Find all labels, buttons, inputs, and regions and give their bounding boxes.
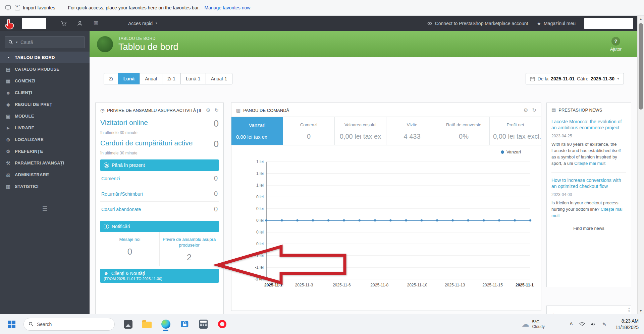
article-excerpt: Is friction in your checkout process hur… [551, 200, 626, 219]
sidebar-item-advanced-parameters[interactable]: ⚒ PARAMETRI AVANSAȚI [0, 157, 90, 169]
weather-widget[interactable]: ☁ 5°C Cloudy [522, 319, 545, 329]
search-scope-caret-icon[interactable]: ▼ [15, 41, 18, 44]
scrollbar-up-arrow[interactable]: ▲ [638, 17, 644, 21]
my-shop-label: Magazinul meu [544, 21, 576, 26]
new-messages-link[interactable]: Mesaje noi [103, 237, 157, 243]
shop-logo-redacted[interactable] [22, 18, 46, 29]
taskbar-clock[interactable]: 8:23 AM 11/18/2025 [615, 318, 639, 331]
marketplace-link[interactable]: Connect to PrestaShop Marketplace accoun… [427, 21, 528, 26]
preferences-icon: ⚙ [5, 149, 11, 154]
article-title-link[interactable]: How to increase conversions with an opti… [551, 177, 626, 189]
refresh-icon[interactable]: ↻ [214, 107, 219, 113]
file-explorer-icon[interactable] [140, 318, 154, 331]
user-icon[interactable] [76, 20, 83, 27]
svg-text:2025-11-8: 2025-11-8 [370, 283, 388, 287]
opera-icon[interactable] [215, 318, 229, 331]
active-carts-caption: în ultimele 30 minute [100, 151, 219, 155]
catalog-icon: ▤ [5, 67, 11, 72]
gear-icon[interactable]: ⚙ [206, 107, 210, 113]
find-more-news-link[interactable]: Find more news [551, 226, 626, 231]
sidebar-item-label: PARAMETRI AVANSAȚI [15, 160, 64, 165]
quick-access-label: Acces rapid [128, 21, 153, 26]
manage-favorites-link[interactable]: Manage favorites now [204, 5, 250, 10]
sidebar-item-modules[interactable]: ▣ MODULE [0, 110, 90, 122]
sidebar-item-orders[interactable]: ▦ COMENZI [0, 75, 90, 87]
kpi-conversion-rate[interactable]: Rată de conversie 0% [438, 117, 490, 145]
so-far-header: ◷ Până în prezent [100, 159, 219, 171]
date-range-tabs: Zi Lună Anual Zi-1 Lună-1 Anual-1 [104, 73, 232, 84]
person-icon: ☻ [104, 271, 109, 276]
active-carts-link[interactable]: Carduri de cumpărături active [100, 139, 193, 147]
kpi-sales[interactable]: Vanzari 0,00 lei tax ex [231, 117, 283, 145]
annotation-arrow [211, 241, 352, 287]
abandoned-carts-value: 0 [214, 205, 218, 213]
start-button[interactable] [4, 317, 19, 332]
online-visitors-link[interactable]: Vizitatori online [100, 119, 148, 127]
range-tab-zi[interactable]: Zi [104, 73, 118, 84]
microsoft-store-icon[interactable] [178, 318, 191, 331]
sidebar-item-preferences[interactable]: ⚙ PREFERINȚE [0, 145, 90, 157]
wifi-icon[interactable] [579, 321, 585, 327]
photos-app-icon[interactable] [121, 318, 135, 331]
sidebar-item-price-rules[interactable]: ◆ REGULI DE PREȚ [0, 98, 90, 110]
read-more-link[interactable]: Citește mai mult [574, 161, 605, 166]
browser-scrollbar[interactable]: ▲ ▼ [637, 16, 644, 314]
exclamation-icon: ! [104, 224, 109, 229]
sidebar-collapse-handle[interactable]: ☰ [0, 205, 90, 212]
range-tab-zi-1[interactable]: Zi-1 [162, 73, 181, 84]
my-shop-link[interactable]: ★ Magazinul meu [537, 21, 576, 26]
edge-browser-icon[interactable] [159, 318, 172, 331]
help-button[interactable]: ? Ajutor [610, 37, 622, 52]
orders-link[interactable]: Comenzi [101, 176, 120, 181]
kpi-visits[interactable]: Vizite 4 433 [386, 117, 438, 145]
employee-name-redacted[interactable] [584, 18, 633, 29]
sidebar-item-stats[interactable]: ▥ STATISTICI [0, 181, 90, 192]
sidebar-item-localization[interactable]: ⊕ LOCALIZARE [0, 134, 90, 145]
gear-icon[interactable]: ⚙ [524, 107, 528, 113]
scroll-down-icon[interactable]: ▼ [628, 310, 631, 313]
svg-text:0 lei: 0 lei [256, 195, 264, 199]
activity-panel-header: ◷ PRIVIRE DE ANSAMBLU ASUPRA ACTIVITĂȚII… [96, 103, 223, 117]
scrollbar-down-arrow[interactable]: ▼ [638, 309, 644, 313]
range-tab-luna[interactable]: Lună [118, 73, 140, 84]
quick-access-menu[interactable]: Acces rapid ▼ [128, 21, 158, 26]
favorites-bar-icon[interactable] [5, 4, 11, 11]
import-favorites-button[interactable]: Import favorites [15, 5, 55, 10]
range-tab-anual[interactable]: Anual [140, 73, 162, 84]
sidebar-item-shipping[interactable]: ► LIVRARE [0, 122, 90, 134]
show-desktop-button[interactable] [642, 314, 644, 334]
taskbar-search[interactable]: Search [23, 318, 115, 331]
administration-icon: ⚖ [5, 172, 11, 178]
content-scrollbar-buttons[interactable]: ▲ ▼ [628, 307, 631, 313]
kpi-net-profit[interactable]: Profit net 0,00 lei tax excl. [490, 117, 541, 145]
sidebar-item-administration[interactable]: ⚖ ADMINISTRARE [0, 169, 90, 181]
date-range-picker[interactable]: De la 2025-11-01 Către 2025-11-30 ▼ [526, 73, 624, 84]
cart-icon[interactable] [60, 20, 67, 27]
refresh-icon[interactable]: ↻ [532, 107, 536, 113]
online-visitors-caption: în ultimele 30 minute [100, 130, 219, 135]
range-tab-anual-1[interactable]: Anual-1 [206, 73, 232, 84]
calculator-icon[interactable] [197, 318, 210, 331]
returns-link[interactable]: Returnări/Schimburi [101, 191, 143, 197]
dashboard-page-icon [97, 36, 113, 52]
volume-icon[interactable] [590, 321, 596, 327]
sidebar-search-input[interactable] [20, 40, 81, 45]
sidebar-item-dashboard[interactable]: ◔ TABLOU DE BORD [0, 52, 90, 63]
clock-icon: ◷ [100, 108, 104, 113]
kpi-cart-value[interactable]: Valoarea coșului 0,00 lei tax ex [335, 117, 386, 145]
sidebar-item-customers[interactable]: ☻ CLIENȚI [0, 87, 90, 98]
sidebar-item-catalog[interactable]: ▤ CATALOG PRODUSE [0, 63, 90, 75]
range-tab-luna-1[interactable]: Lună-1 [180, 73, 206, 84]
sidebar-item-label: COMENZI [15, 78, 35, 83]
kpi-orders[interactable]: Comenzi 0 [283, 117, 335, 145]
tray-icons: ^ ✎ [568, 321, 607, 327]
clock-icon: ◷ [104, 162, 109, 168]
article-title-link[interactable]: Lacoste Morocco: the evolution of an amb… [551, 119, 626, 131]
pen-icon[interactable]: ✎ [601, 321, 607, 327]
tray-expand-icon[interactable]: ^ [568, 321, 574, 327]
product-overview-link[interactable]: Privire de ansamblu asupra produselor [162, 237, 216, 248]
abandoned-carts-link[interactable]: Cosuri abandonate [101, 207, 141, 212]
mail-icon[interactable]: ✉ [93, 20, 99, 27]
scrollbar-thumb[interactable] [639, 23, 643, 110]
so-far-row-orders: Comenzi 0 [100, 171, 219, 186]
